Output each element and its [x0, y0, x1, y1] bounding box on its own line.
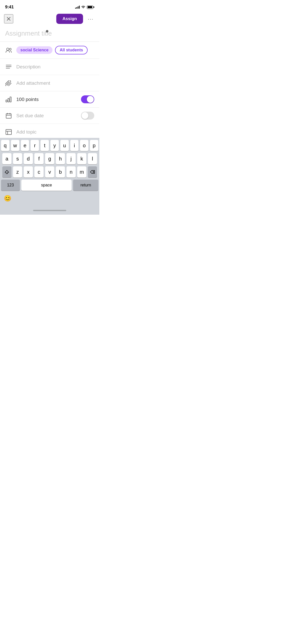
space-key[interactable]: space [21, 180, 72, 191]
close-icon [6, 17, 11, 21]
due-date-toggle-container [81, 112, 94, 120]
calendar-icon [5, 112, 12, 119]
attachment-label: Add attachment [16, 80, 50, 86]
due-date-label: Set due date [16, 113, 44, 119]
keyboard-bottom: 😊 [0, 192, 99, 206]
delete-icon [90, 170, 95, 174]
points-toggle-thumb [87, 96, 94, 103]
attachment-icon [5, 80, 12, 87]
key-q[interactable]: q [1, 140, 9, 151]
points-toggle[interactable] [81, 95, 94, 103]
emoji-button[interactable]: 😊 [2, 193, 13, 204]
keyboard-row-1: q w e r t y u i o p [1, 140, 98, 151]
key-l[interactable]: l [88, 153, 97, 164]
assign-button[interactable]: Assign [56, 14, 83, 24]
key-n[interactable]: n [66, 166, 76, 178]
title-area[interactable]: Assignment title [0, 26, 99, 42]
assignment-title-input[interactable]: Assignment title [5, 30, 94, 37]
key-c[interactable]: c [34, 166, 44, 178]
due-date-toggle[interactable] [81, 112, 94, 120]
description-icon [5, 63, 12, 70]
keyboard-row-2: a s d f g h j k l [1, 153, 98, 164]
status-bar: 9:41 [0, 0, 99, 12]
header: Assign ··· [0, 12, 99, 26]
cursor-dot [46, 30, 48, 33]
points-label: 100 points [16, 97, 39, 102]
key-p[interactable]: p [90, 140, 98, 151]
status-icons [75, 6, 94, 9]
key-o[interactable]: o [80, 140, 88, 151]
key-y[interactable]: y [50, 140, 59, 151]
topic-label: Add topic [16, 129, 36, 135]
people-icon [5, 47, 12, 54]
return-key[interactable]: return [73, 180, 98, 191]
due-date-toggle-thumb [82, 112, 88, 119]
svg-rect-14 [6, 129, 11, 135]
key-h[interactable]: h [56, 153, 65, 164]
due-date-content: Set due date [16, 113, 77, 119]
key-z[interactable]: z [13, 166, 22, 178]
keyboard-row-3: z x c v b n m [1, 166, 98, 178]
key-e[interactable]: e [21, 140, 29, 151]
key-a[interactable]: a [2, 153, 11, 164]
wifi-icon [81, 6, 85, 9]
header-right: Assign ··· [56, 14, 95, 24]
topic-content: Add topic [16, 129, 94, 135]
shift-key[interactable] [2, 166, 11, 178]
assignees-content: social Science All students [16, 46, 94, 54]
points-content: 100 points [16, 97, 77, 102]
keyboard: q w e r t y u i o p a s d f g h j k l [0, 138, 99, 215]
topic-icon [5, 128, 12, 136]
signal-icon [75, 6, 80, 9]
keyboard-rows: q w e r t y u i o p a s d f g h j k l [0, 138, 99, 192]
key-r[interactable]: r [31, 140, 39, 151]
key-i[interactable]: i [70, 140, 79, 151]
key-b[interactable]: b [56, 166, 65, 178]
svg-rect-7 [6, 100, 7, 102]
key-f[interactable]: f [34, 153, 44, 164]
shift-icon [5, 170, 9, 174]
home-bar [33, 210, 66, 211]
close-button[interactable] [4, 14, 13, 23]
svg-rect-9 [10, 97, 11, 102]
svg-point-3 [9, 48, 11, 50]
points-row[interactable]: 100 points [0, 91, 99, 108]
battery-icon [87, 6, 94, 9]
status-time: 9:41 [5, 5, 14, 10]
num-key[interactable]: 123 [1, 180, 20, 191]
key-j[interactable]: j [66, 153, 76, 164]
more-button[interactable]: ··· [86, 14, 95, 23]
key-u[interactable]: u [60, 140, 69, 151]
due-date-row[interactable]: Set due date [0, 108, 99, 124]
delete-key[interactable] [88, 166, 97, 178]
attachment-row[interactable]: Add attachment [0, 75, 99, 91]
key-g[interactable]: g [45, 153, 54, 164]
key-m[interactable]: m [77, 166, 86, 178]
description-content: Description [16, 64, 94, 70]
points-icon [5, 96, 12, 103]
home-indicator [0, 206, 99, 215]
key-w[interactable]: w [11, 140, 19, 151]
points-toggle-container [81, 95, 94, 103]
svg-rect-10 [6, 114, 11, 118]
key-v[interactable]: v [45, 166, 54, 178]
key-d[interactable]: d [24, 153, 33, 164]
description-placeholder: Description [16, 64, 40, 70]
keyboard-row-4: 123 space return [1, 180, 98, 191]
attachment-content: Add attachment [16, 80, 94, 86]
svg-rect-8 [8, 98, 9, 102]
class-chip[interactable]: social Science [16, 46, 52, 54]
assignees-row[interactable]: social Science All students [0, 42, 99, 59]
key-t[interactable]: t [40, 140, 49, 151]
key-x[interactable]: x [24, 166, 33, 178]
description-row[interactable]: Description [0, 59, 99, 75]
key-k[interactable]: k [77, 153, 86, 164]
key-s[interactable]: s [13, 153, 22, 164]
svg-point-2 [7, 48, 9, 50]
group-chip[interactable]: All students [55, 46, 88, 54]
